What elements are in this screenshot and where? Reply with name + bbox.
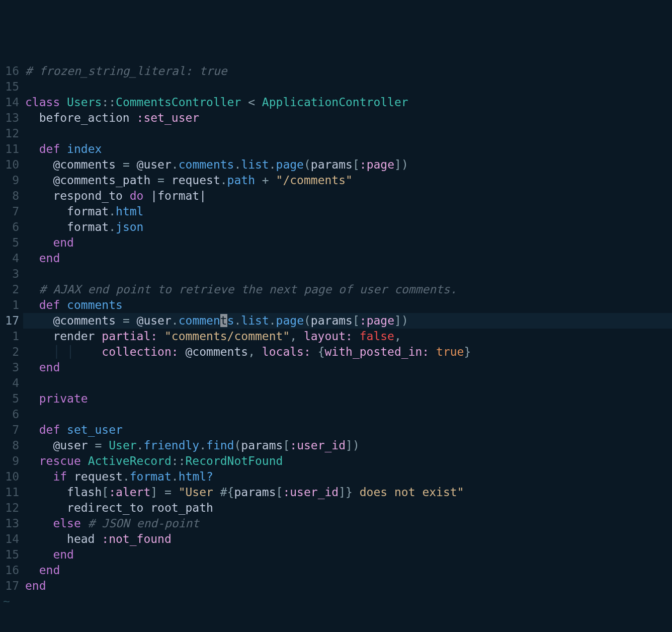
code-line[interactable]: 6 bbox=[0, 407, 672, 422]
token: @user bbox=[25, 439, 95, 452]
code-content[interactable] bbox=[23, 79, 672, 95]
code-content[interactable]: render partial: "comments/comment", layo… bbox=[23, 329, 672, 344]
code-line[interactable]: 11 flash[:alert] = "User #{params[:user_… bbox=[0, 485, 672, 500]
code-line[interactable]: 15 bbox=[0, 79, 672, 95]
code-line[interactable]: 13 before_action :set_user bbox=[0, 110, 672, 126]
code-line[interactable]: 11 def index bbox=[0, 141, 672, 157]
code-content[interactable]: end bbox=[23, 360, 672, 375]
token: private bbox=[25, 392, 88, 405]
code-line[interactable]: 17end bbox=[0, 578, 672, 594]
token: "/comments" bbox=[276, 174, 353, 187]
token: :user_id bbox=[283, 486, 339, 499]
code-content[interactable]: private bbox=[23, 391, 672, 407]
code-content[interactable]: def index bbox=[23, 141, 672, 157]
code-content[interactable]: format.html bbox=[23, 204, 672, 219]
code-line[interactable]: 9 rescue ActiveRecord::RecordNotFound bbox=[0, 453, 672, 469]
line-number: 13 bbox=[0, 516, 23, 531]
code-content[interactable]: rescue ActiveRecord::RecordNotFound bbox=[23, 453, 672, 469]
token: . bbox=[220, 174, 227, 187]
token bbox=[353, 330, 360, 343]
code-content[interactable] bbox=[23, 266, 672, 282]
token: RecordNotFound bbox=[186, 454, 283, 467]
line-number: 9 bbox=[0, 453, 23, 469]
line-number: 12 bbox=[0, 126, 23, 141]
code-line[interactable]: 1 def comments bbox=[0, 297, 672, 313]
code-line[interactable]: 4 bbox=[0, 375, 672, 391]
code-content[interactable]: redirect_to root_path bbox=[23, 500, 672, 516]
code-content[interactable]: end bbox=[23, 578, 672, 594]
code-line[interactable]: 5 end bbox=[0, 235, 672, 251]
code-content[interactable]: @comments = @user.comments.list.page(par… bbox=[23, 157, 672, 173]
code-line[interactable]: 15 end bbox=[0, 547, 672, 563]
code-line[interactable]: 10 if request.format.html? bbox=[0, 469, 672, 485]
code-line[interactable]: 13 else # JSON end-point bbox=[0, 516, 672, 531]
code-content[interactable]: @comments = @user.comments.list.page(par… bbox=[23, 313, 672, 329]
code-content[interactable]: flash[:alert] = "User #{params[:user_id]… bbox=[23, 485, 672, 500]
token: false bbox=[360, 330, 394, 343]
code-content[interactable]: │ │ collection: @comments, locals: {with… bbox=[23, 344, 672, 360]
token: rescue bbox=[25, 454, 88, 467]
code-line[interactable]: 12 bbox=[0, 126, 672, 141]
code-line[interactable]: 17 @comments = @user.comments.list.page(… bbox=[0, 313, 672, 329]
code-line[interactable]: 12 redirect_to root_path bbox=[0, 500, 672, 516]
token: . bbox=[234, 158, 241, 171]
code-content[interactable]: if request.format.html? bbox=[23, 469, 672, 485]
code-content[interactable]: def comments bbox=[23, 297, 672, 313]
line-number: 4 bbox=[0, 375, 23, 391]
code-line[interactable]: 1 render partial: "comments/comment", la… bbox=[0, 329, 672, 344]
token: . bbox=[199, 439, 206, 452]
line-number: 15 bbox=[0, 79, 23, 95]
code-content[interactable]: class Users::CommentsController < Applic… bbox=[23, 95, 672, 110]
code-content[interactable]: # frozen_string_literal: true bbox=[23, 63, 672, 79]
code-line[interactable]: 8 respond_to do |format| bbox=[0, 188, 672, 204]
token: CommentsController bbox=[116, 96, 241, 109]
line-number: 17 bbox=[0, 578, 23, 594]
code-line[interactable]: 2 │ │ collection: @comments, locals: {wi… bbox=[0, 344, 672, 360]
code-line[interactable]: 14class Users::CommentsController < Appl… bbox=[0, 95, 672, 110]
code-line[interactable]: 14 head :not_found bbox=[0, 531, 672, 547]
code-content[interactable]: def set_user bbox=[23, 422, 672, 438]
token: def bbox=[25, 423, 67, 436]
token: format bbox=[157, 189, 199, 202]
code-line[interactable]: 16 end bbox=[0, 563, 672, 578]
token: params bbox=[241, 439, 283, 452]
token: locals: bbox=[262, 345, 311, 358]
code-line[interactable]: 7 format.html bbox=[0, 204, 672, 219]
code-content[interactable]: respond_to do |format| bbox=[23, 188, 672, 204]
code-editor[interactable]: 16# frozen_string_literal: true1514class… bbox=[0, 62, 672, 609]
code-content[interactable]: end bbox=[23, 563, 672, 578]
code-content[interactable]: @comments_path = request.path + "/commen… bbox=[23, 173, 672, 188]
code-line[interactable]: 5 private bbox=[0, 391, 672, 407]
code-line[interactable]: 4 end bbox=[0, 251, 672, 266]
code-line[interactable]: 16# frozen_string_literal: true bbox=[0, 63, 672, 79]
code-line[interactable]: 6 format.json bbox=[0, 219, 672, 235]
line-number: 17 bbox=[0, 313, 23, 329]
token: format bbox=[25, 205, 109, 218]
code-content[interactable]: # AJAX end point to retrieve the next pa… bbox=[23, 282, 672, 297]
code-content[interactable]: end bbox=[23, 235, 672, 251]
code-line[interactable]: 9 @comments_path = request.path + "/comm… bbox=[0, 173, 672, 188]
code-line[interactable]: 7 def set_user bbox=[0, 422, 672, 438]
token: ApplicationController bbox=[262, 96, 408, 109]
code-content[interactable]: @user = User.friendly.find(params[:user_… bbox=[23, 438, 672, 453]
token bbox=[157, 330, 164, 343]
code-content[interactable]: format.json bbox=[23, 219, 672, 235]
token: request bbox=[172, 174, 220, 187]
code-content[interactable]: else # JSON end-point bbox=[23, 516, 672, 531]
token: commen bbox=[179, 314, 220, 327]
code-content[interactable]: head :not_found bbox=[23, 531, 672, 547]
token: . bbox=[172, 470, 179, 483]
code-line[interactable]: 8 @user = User.friendly.find(params[:use… bbox=[0, 438, 672, 453]
code-content[interactable]: end bbox=[23, 251, 672, 266]
code-line[interactable]: 2 # AJAX end point to retrieve the next … bbox=[0, 282, 672, 297]
code-line[interactable]: 3 bbox=[0, 266, 672, 282]
token: │ │ bbox=[25, 345, 102, 358]
code-line[interactable]: 10 @comments = @user.comments.list.page(… bbox=[0, 157, 672, 173]
code-content[interactable] bbox=[23, 407, 672, 422]
code-content[interactable] bbox=[23, 126, 672, 141]
code-content[interactable]: end bbox=[23, 547, 672, 563]
code-content[interactable] bbox=[23, 375, 672, 391]
token: . bbox=[109, 205, 116, 218]
code-line[interactable]: 3 end bbox=[0, 360, 672, 375]
code-content[interactable]: before_action :set_user bbox=[23, 110, 672, 126]
